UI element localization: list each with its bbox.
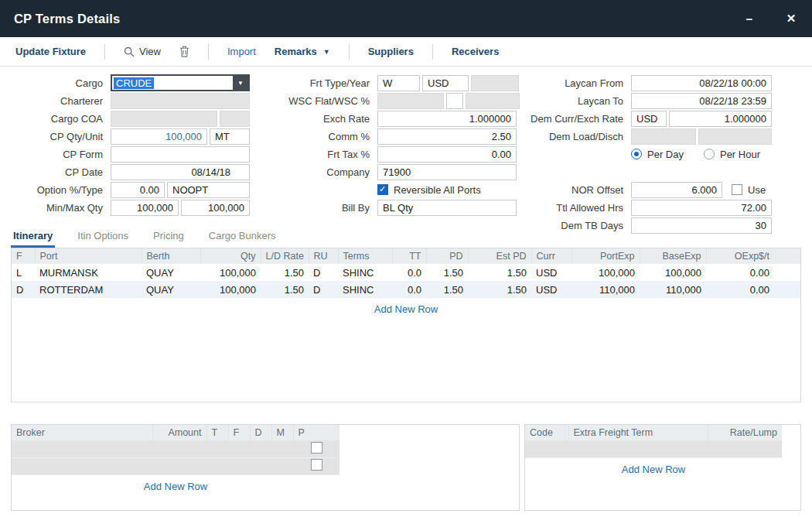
close-button[interactable]: ✕ xyxy=(770,0,812,37)
cargo-select[interactable]: CRUDE ▼ xyxy=(111,74,250,91)
broker-checkbox[interactable] xyxy=(311,459,322,471)
cell[interactable]: 1.50 xyxy=(468,281,531,298)
frt-tax-field[interactable] xyxy=(377,146,517,163)
update-fixture-button[interactable]: Update Fixture xyxy=(15,46,86,57)
ttl-allowed-hrs-field[interactable] xyxy=(631,200,772,216)
wsc-mid-field[interactable] xyxy=(446,93,463,109)
dem-exch-rate-field[interactable] xyxy=(669,111,772,127)
cell[interactable] xyxy=(12,440,152,457)
cell[interactable]: USD xyxy=(531,281,571,298)
cell[interactable] xyxy=(271,440,293,457)
cell[interactable]: USD xyxy=(531,264,571,281)
cell[interactable]: D xyxy=(309,264,338,281)
cell[interactable] xyxy=(152,457,206,474)
cell[interactable]: 100,000 xyxy=(571,264,640,281)
max-qty-field[interactable] xyxy=(181,200,250,216)
cell[interactable]: ROTTERDAM xyxy=(35,281,142,298)
exch-rate-field[interactable] xyxy=(377,111,517,127)
cell[interactable] xyxy=(525,440,568,457)
delete-button[interactable] xyxy=(179,46,189,57)
cell[interactable]: 100,000 xyxy=(640,264,706,281)
cell[interactable] xyxy=(228,440,250,457)
cell[interactable]: MURMANSK xyxy=(35,264,142,281)
cell[interactable]: QUAY xyxy=(142,264,200,281)
cell[interactable]: 1.50 xyxy=(468,264,531,281)
cell[interactable] xyxy=(708,440,782,457)
dem-currency-field[interactable] xyxy=(631,111,667,127)
tab-itinerary[interactable]: Itinerary xyxy=(11,227,55,248)
option-type-field[interactable] xyxy=(167,182,250,198)
laycan-to-field[interactable] xyxy=(631,93,772,109)
cell[interactable] xyxy=(206,457,228,474)
cell[interactable]: 0.0 xyxy=(392,281,426,298)
cell[interactable]: 1.50 xyxy=(426,281,468,298)
suppliers-button[interactable]: Suppliers xyxy=(368,46,414,57)
cell[interactable]: 1.50 xyxy=(261,264,309,281)
cell[interactable]: QUAY xyxy=(142,281,200,298)
nor-offset-label: NOR Offset xyxy=(517,184,629,196)
cell[interactable] xyxy=(12,457,152,474)
cell[interactable] xyxy=(250,440,271,457)
cell[interactable] xyxy=(250,457,271,474)
cp-qty-field[interactable] xyxy=(111,128,207,145)
add-new-row-link[interactable]: Add New Row xyxy=(12,303,800,315)
cell[interactable]: 110,000 xyxy=(571,281,640,298)
cell[interactable]: 0.00 xyxy=(706,264,800,281)
cell[interactable]: 1.50 xyxy=(261,281,309,298)
nor-offset-field[interactable] xyxy=(631,182,722,198)
bill-by-field[interactable] xyxy=(377,200,517,216)
cell[interactable]: D xyxy=(12,281,35,298)
cell[interactable]: 100,000 xyxy=(200,281,261,298)
charterer-label: Charterer xyxy=(8,95,108,107)
cell[interactable]: 0.0 xyxy=(392,264,426,281)
cp-date-field[interactable] xyxy=(111,164,250,180)
broker-row[interactable] xyxy=(12,440,339,457)
receivers-button[interactable]: Receivers xyxy=(452,46,499,57)
remarks-button[interactable]: Remarks ▼ xyxy=(275,46,330,57)
cp-form-field[interactable] xyxy=(111,146,250,163)
cell[interactable]: 1.50 xyxy=(426,264,468,281)
add-new-row-link[interactable]: Add New Row xyxy=(12,481,339,492)
frt-currency-field[interactable] xyxy=(422,75,469,91)
cell[interactable]: 0.00 xyxy=(706,281,800,298)
chevron-down-icon[interactable]: ▼ xyxy=(233,76,248,90)
itinerary-row[interactable]: D ROTTERDAM QUAY 100,000 1.50 D SHINC 0.… xyxy=(12,281,800,298)
per-day-label[interactable]: Per Day xyxy=(647,149,684,160)
min-qty-field[interactable] xyxy=(111,200,179,216)
view-button[interactable]: View xyxy=(124,46,161,57)
cell[interactable]: 110,000 xyxy=(640,281,706,298)
add-new-row-link[interactable]: Add New Row xyxy=(525,464,782,475)
itinerary-row[interactable]: L MURMANSK QUAY 100,000 1.50 D SHINC 0.0… xyxy=(12,264,800,281)
cell[interactable] xyxy=(206,440,228,457)
use-checkbox[interactable] xyxy=(732,184,742,195)
cell[interactable]: SHINC xyxy=(338,281,392,298)
frt-type-field[interactable] xyxy=(377,75,420,91)
reversible-all-ports-checkbox[interactable] xyxy=(377,184,388,195)
broker-checkbox[interactable] xyxy=(311,442,322,454)
cell[interactable]: 100,000 xyxy=(200,264,261,281)
wsc-label: WSC Flat/WSC % xyxy=(255,95,375,107)
cell[interactable]: L xyxy=(12,264,35,281)
dem-tb-days-field[interactable] xyxy=(631,217,772,234)
cell[interactable]: SHINC xyxy=(338,264,392,281)
cell[interactable] xyxy=(228,457,250,474)
company-field[interactable] xyxy=(377,164,517,180)
tab-itin-options[interactable]: Itin Options xyxy=(75,227,131,248)
import-button[interactable]: Import xyxy=(227,46,256,57)
cell[interactable] xyxy=(152,440,206,457)
cell[interactable] xyxy=(568,440,708,457)
extra-freight-row[interactable] xyxy=(525,440,782,457)
cp-unit-field[interactable] xyxy=(210,128,250,145)
per-hour-radio[interactable] xyxy=(704,149,715,159)
comm-pct-field[interactable] xyxy=(377,128,517,145)
option-pct-field[interactable] xyxy=(111,182,165,198)
tab-cargo-bunkers[interactable]: Cargo Bunkers xyxy=(206,227,278,248)
cell[interactable] xyxy=(271,457,293,474)
laycan-from-field[interactable] xyxy=(631,75,772,91)
per-day-radio[interactable] xyxy=(631,149,642,159)
per-hour-label[interactable]: Per Hour xyxy=(720,149,760,160)
tab-pricing[interactable]: Pricing xyxy=(151,227,186,248)
minimize-button[interactable]: − xyxy=(728,0,770,37)
cell[interactable]: D xyxy=(309,281,338,298)
broker-row[interactable] xyxy=(12,457,339,474)
